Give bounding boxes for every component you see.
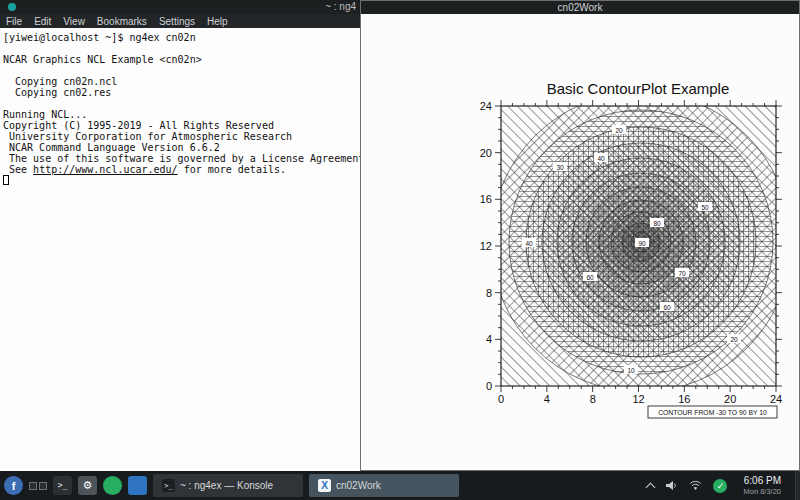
taskbar: f >_ ⚙ >_ ~ : ng4ex — Konsole X cn02Work… [0, 471, 800, 500]
svg-text:90: 90 [638, 240, 646, 247]
clock-date: Mon 8/3/20 [743, 488, 781, 496]
svg-text:8: 8 [486, 287, 492, 299]
svg-text:12: 12 [480, 240, 492, 252]
see-prefix: See [3, 164, 33, 175]
menu-edit[interactable]: Edit [28, 16, 57, 27]
konsole-launcher-icon[interactable]: >_ [53, 476, 72, 495]
svg-text:4: 4 [544, 393, 550, 405]
svg-text:8: 8 [590, 393, 596, 405]
pager-widget[interactable] [29, 482, 47, 490]
terminal-line [3, 65, 358, 76]
svg-text:16: 16 [480, 193, 492, 205]
svg-text:24: 24 [480, 100, 492, 112]
svg-text:80: 80 [653, 220, 661, 227]
svg-text:20: 20 [480, 147, 492, 159]
task-button-konsole[interactable]: >_ ~ : ng4ex — Konsole [153, 474, 303, 497]
x11-app-icon: X [318, 479, 331, 492]
window-icon[interactable] [8, 3, 16, 11]
terminal-line: NCAR Command Language Version 6.6.2 [3, 142, 358, 153]
terminal-cursor [3, 175, 9, 185]
svg-text:40: 40 [597, 155, 605, 162]
svg-text:30: 30 [556, 164, 564, 171]
terminal-line: Copying cn02.res [3, 87, 358, 98]
menu-settings[interactable]: Settings [153, 16, 201, 27]
menu-bookmarks[interactable]: Bookmarks [91, 16, 153, 27]
svg-text:20: 20 [615, 127, 623, 134]
svg-text:20: 20 [730, 336, 738, 343]
updates-ok-icon[interactable]: ✓ [713, 479, 727, 493]
see-suffix: for more details. [178, 164, 286, 175]
plot-window-title: cn02Work [558, 2, 603, 13]
plot-titlebar[interactable]: cn02Work [361, 1, 799, 14]
menu-view[interactable]: View [57, 16, 91, 27]
svg-text:CONTOUR FROM -30 TO 90 BY 10: CONTOUR FROM -30 TO 90 BY 10 [658, 409, 767, 416]
terminal-line [3, 98, 358, 109]
svg-text:60: 60 [586, 274, 594, 281]
ncl-url-link[interactable]: http://www.ncl.ucar.edu/ [33, 164, 178, 175]
task-label: cn02Work [336, 480, 381, 491]
svg-text:24: 24 [770, 393, 782, 405]
terminal-cursor-line [3, 175, 358, 186]
svg-text:12: 12 [632, 393, 644, 405]
y-axis-labels: 0 4 8 12 16 20 24 [480, 100, 492, 392]
volume-icon[interactable] [665, 479, 678, 492]
terminal-line: [yiwei@localhost ~]$ ng4ex cn02n [3, 32, 358, 43]
plot-canvas: Basic ContourPlot Example 20 40 30 50 [361, 14, 799, 470]
konsole-titlebar[interactable]: ~ : ng4 [0, 0, 360, 14]
digital-clock[interactable]: 6:06 PM Mon 8/3/20 [743, 476, 781, 496]
contour-plot: Basic ContourPlot Example 20 40 30 50 [361, 14, 799, 470]
x-axis-labels: 0 4 8 12 16 20 24 [498, 393, 782, 405]
terminal-line: Running NCL... [3, 109, 358, 120]
svg-text:60: 60 [663, 304, 671, 311]
clock-time: 6:06 PM [743, 476, 781, 486]
green-app-launcher-icon[interactable] [103, 476, 122, 495]
terminal-line-see: See http://www.ncl.ucar.edu/ for more de… [3, 164, 358, 175]
network-icon[interactable] [689, 479, 702, 492]
app-launcher-icon[interactable]: f [4, 476, 23, 495]
terminal-line: Copying cn02n.ncl [3, 76, 358, 87]
contour-info-box: CONTOUR FROM -30 TO 90 BY 10 [648, 406, 777, 418]
terminal-line: The use of this software is governed by … [3, 153, 358, 164]
terminal-line: University Corporation for Atmospheric R… [3, 131, 358, 142]
svg-text:0: 0 [498, 393, 504, 405]
konsole-title: ~ : ng4 [325, 1, 356, 12]
svg-text:4: 4 [486, 333, 492, 345]
task-button-cn02work[interactable]: X cn02Work [309, 474, 459, 497]
svg-text:50: 50 [701, 204, 709, 211]
konsole-icon: >_ [162, 479, 175, 492]
settings-launcher-icon[interactable]: ⚙ [78, 476, 97, 495]
konsole-menubar: File Edit View Bookmarks Settings Help [0, 14, 360, 28]
terminal-line: NCAR Graphics NCL Example <cn02n> [3, 54, 358, 65]
svg-text:0: 0 [486, 380, 492, 392]
terminal-line: Copyright (C) 1995-2019 - All Rights Res… [3, 120, 358, 131]
svg-text:10: 10 [627, 367, 635, 374]
system-tray: ✓ [647, 479, 727, 493]
menu-help[interactable]: Help [201, 16, 234, 27]
plot-window: cn02Work Basic ContourPlot Example [360, 0, 800, 471]
svg-text:16: 16 [678, 393, 690, 405]
svg-text:40: 40 [525, 240, 533, 247]
show-desktop-button[interactable] [795, 471, 800, 500]
konsole-window: ~ : ng4 File Edit View Bookmarks Setting… [0, 0, 360, 471]
svg-text:70: 70 [678, 270, 686, 277]
blue-app-launcher-icon[interactable] [128, 476, 147, 495]
plot-title: Basic ContourPlot Example [547, 80, 730, 97]
task-label: ~ : ng4ex — Konsole [180, 480, 273, 491]
svg-text:20: 20 [724, 393, 736, 405]
terminal-line [3, 43, 358, 54]
tray-expand-icon[interactable] [646, 482, 656, 492]
terminal-output[interactable]: [yiwei@localhost ~]$ ng4ex cn02n NCAR Gr… [0, 28, 360, 471]
menu-file[interactable]: File [0, 16, 28, 27]
